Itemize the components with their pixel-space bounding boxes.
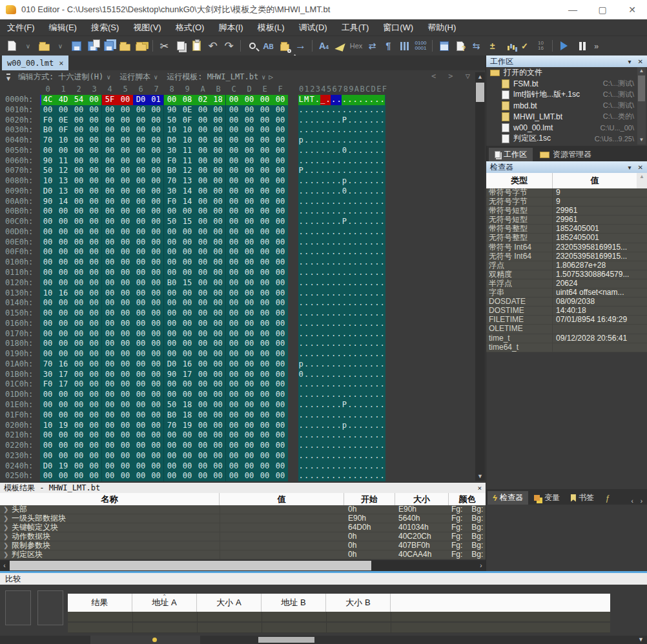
hex-byte[interactable]: 00: [226, 441, 241, 451]
ascii-char[interactable]: .: [380, 288, 385, 299]
ascii-char[interactable]: .: [314, 186, 320, 197]
hex-byte[interactable]: 00: [149, 257, 164, 268]
column-header-size[interactable]: 大小: [395, 493, 449, 505]
hex-byte[interactable]: 00: [118, 257, 133, 268]
hex-byte[interactable]: 00: [211, 146, 226, 156]
hex-byte[interactable]: 00: [164, 339, 180, 349]
ascii-char[interactable]: .: [369, 125, 374, 136]
ascii-char[interactable]: .: [375, 95, 380, 105]
ascii-char[interactable]: .: [298, 379, 303, 390]
ascii-char[interactable]: .: [380, 125, 385, 136]
ascii-char[interactable]: .: [380, 298, 385, 308]
hex-byte[interactable]: 00: [40, 319, 56, 329]
hex-byte[interactable]: 00: [40, 206, 56, 217]
ascii-char[interactable]: .: [320, 461, 325, 472]
hex-byte[interactable]: 00: [211, 410, 226, 421]
ascii-char[interactable]: .: [298, 400, 303, 410]
hex-byte[interactable]: 00: [272, 471, 288, 481]
hex-byte[interactable]: 00: [102, 166, 118, 176]
ascii-char[interactable]: .: [342, 349, 347, 359]
hex-byte[interactable]: D0: [133, 95, 149, 105]
hex-byte[interactable]: 00: [56, 247, 71, 257]
inspector-row[interactable]: OLETIME: [486, 325, 647, 334]
hex-byte[interactable]: 00: [149, 146, 164, 156]
ascii-char[interactable]: .: [375, 379, 380, 390]
ascii-char[interactable]: .: [364, 105, 369, 116]
open-folder-icon[interactable]: [117, 37, 133, 54]
ascii-char[interactable]: .: [358, 136, 363, 146]
hex-byte[interactable]: 4D: [56, 95, 71, 105]
hex-byte[interactable]: 00: [56, 441, 71, 451]
expand-chevron-icon[interactable]: ❯: [0, 523, 12, 532]
ascii-char[interactable]: .: [375, 441, 380, 451]
ascii-char[interactable]: .: [325, 339, 331, 349]
hex-byte[interactable]: 00: [133, 186, 149, 197]
hex-byte[interactable]: 00: [149, 288, 164, 299]
hex-byte[interactable]: 00: [226, 268, 241, 278]
hex-byte[interactable]: 19: [180, 421, 195, 431]
ascii-char[interactable]: .: [303, 197, 309, 207]
ascii-char[interactable]: .: [309, 288, 314, 299]
ascii-char[interactable]: .: [342, 308, 347, 319]
hex-byte[interactable]: 00: [133, 390, 149, 400]
hex-byte[interactable]: 00: [272, 278, 288, 288]
hex-byte[interactable]: 00: [272, 410, 288, 421]
ascii-char[interactable]: .: [369, 247, 374, 257]
ascii-char[interactable]: .: [375, 247, 380, 257]
find-icon[interactable]: [244, 37, 260, 54]
hex-byte[interactable]: 00: [118, 379, 133, 390]
ascii-char[interactable]: .: [303, 451, 309, 461]
hex-byte[interactable]: 00: [133, 319, 149, 329]
hex-byte[interactable]: 00: [87, 441, 102, 451]
hex-byte[interactable]: 00: [56, 349, 71, 359]
ascii-char[interactable]: .: [303, 298, 309, 308]
hex-byte[interactable]: 00: [133, 116, 149, 126]
hex-byte[interactable]: 00: [149, 278, 164, 288]
ascii-char[interactable]: .: [336, 116, 342, 126]
hex-byte[interactable]: 18: [180, 410, 195, 421]
ascii-char[interactable]: .: [336, 421, 342, 431]
hex-byte[interactable]: 00: [211, 349, 226, 359]
ascii-char[interactable]: p: [342, 421, 347, 431]
hex-byte[interactable]: 00: [226, 217, 241, 227]
hex-byte[interactable]: 00: [102, 400, 118, 410]
menu-item[interactable]: 编辑(E): [42, 19, 84, 36]
ascii-char[interactable]: .: [331, 288, 336, 299]
ascii-char[interactable]: .: [380, 197, 385, 207]
binary-view-icon[interactable]: 01000001: [413, 37, 429, 54]
ascii-char[interactable]: .: [336, 206, 342, 217]
ascii-char[interactable]: .: [309, 349, 314, 359]
ascii-char[interactable]: .: [336, 166, 342, 176]
ascii-char[interactable]: .: [369, 227, 374, 237]
ascii-char[interactable]: .: [331, 166, 336, 176]
expand-chevron-icon[interactable]: ❯: [0, 541, 12, 550]
ascii-char[interactable]: .: [347, 308, 353, 319]
hex-byte[interactable]: 00: [164, 95, 180, 105]
ascii-char[interactable]: .: [331, 278, 336, 288]
ascii-char[interactable]: .: [325, 461, 331, 472]
hex-byte[interactable]: 02: [195, 95, 211, 105]
ascii-char[interactable]: .: [331, 257, 336, 268]
ascii-char[interactable]: .: [309, 278, 314, 288]
hex-byte[interactable]: 0E: [180, 105, 195, 116]
hex-byte[interactable]: 00: [149, 116, 164, 126]
ascii-char[interactable]: .: [347, 136, 353, 146]
ascii-char[interactable]: .: [336, 227, 342, 237]
ascii-char[interactable]: .: [298, 268, 303, 278]
ascii-char[interactable]: .: [303, 136, 309, 146]
hex-byte[interactable]: 00: [133, 247, 149, 257]
hex-byte[interactable]: 00: [211, 370, 226, 380]
ascii-char[interactable]: .: [353, 370, 358, 380]
ascii-char[interactable]: .: [380, 156, 385, 166]
ascii-char[interactable]: .: [375, 257, 380, 268]
ascii-char[interactable]: .: [314, 227, 320, 237]
hex-byte[interactable]: 00: [71, 268, 87, 278]
ascii-char[interactable]: .: [309, 257, 314, 268]
ascii-char[interactable]: .: [369, 186, 374, 197]
ascii-char[interactable]: .: [303, 410, 309, 421]
bottom-tab-function[interactable]: ƒ: [600, 491, 615, 505]
hex-byte[interactable]: 00: [257, 441, 272, 451]
hex-byte[interactable]: 00: [164, 308, 180, 319]
hex-byte[interactable]: 00: [149, 349, 164, 359]
hex-byte[interactable]: 00: [195, 278, 211, 288]
